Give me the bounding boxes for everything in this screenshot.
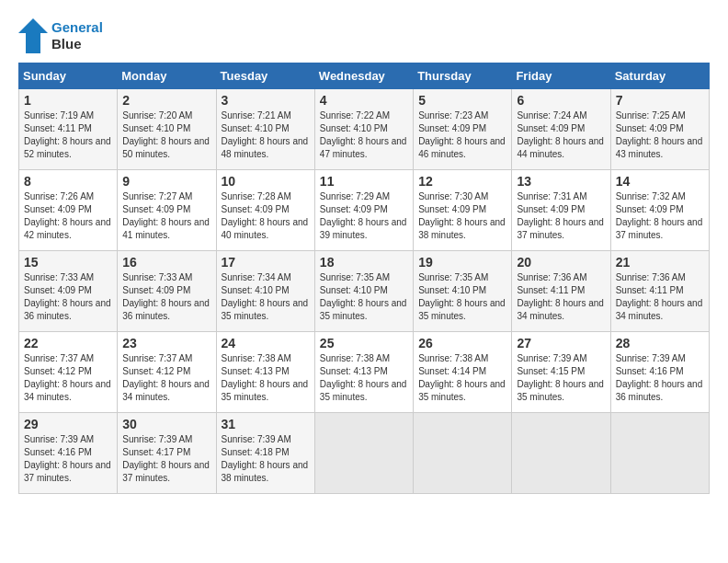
day-number: 4: [320, 93, 408, 108]
header-cell-sunday: Sunday: [19, 63, 118, 89]
calendar-table: SundayMondayTuesdayWednesdayThursdayFrid…: [18, 63, 710, 494]
calendar-cell: [314, 413, 413, 494]
calendar-cell: 30Sunrise: 7:39 AMSunset: 4:17 PMDayligh…: [118, 413, 216, 494]
day-number: 12: [418, 174, 506, 189]
day-info: Sunrise: 7:20 AMSunset: 4:10 PMDaylight:…: [122, 109, 210, 161]
calendar-cell: 13Sunrise: 7:31 AMSunset: 4:09 PMDayligh…: [512, 170, 610, 251]
day-info: Sunrise: 7:39 AMSunset: 4:16 PMDaylight:…: [24, 433, 112, 485]
calendar-cell: 31Sunrise: 7:39 AMSunset: 4:18 PMDayligh…: [216, 413, 314, 494]
day-number: 30: [122, 417, 210, 431]
calendar-week-3: 15Sunrise: 7:33 AMSunset: 4:09 PMDayligh…: [19, 251, 710, 332]
calendar-cell: 27Sunrise: 7:39 AMSunset: 4:15 PMDayligh…: [512, 332, 610, 413]
day-number: 9: [122, 174, 210, 189]
calendar-cell: 20Sunrise: 7:36 AMSunset: 4:11 PMDayligh…: [512, 251, 610, 332]
calendar-cell: 7Sunrise: 7:25 AMSunset: 4:09 PMDaylight…: [610, 89, 709, 170]
calendar-cell: 8Sunrise: 7:26 AMSunset: 4:09 PMDaylight…: [19, 170, 118, 251]
day-info: Sunrise: 7:26 AMSunset: 4:09 PMDaylight:…: [24, 190, 112, 242]
calendar-cell: [512, 413, 610, 494]
calendar-cell: 18Sunrise: 7:35 AMSunset: 4:10 PMDayligh…: [314, 251, 413, 332]
logo-icon: [18, 18, 48, 53]
header-cell-monday: Monday: [118, 63, 216, 89]
day-number: 15: [24, 255, 112, 270]
header-cell-friday: Friday: [512, 63, 610, 89]
day-number: 10: [222, 174, 310, 189]
calendar-cell: 23Sunrise: 7:37 AMSunset: 4:12 PMDayligh…: [118, 332, 216, 413]
calendar-cell: 5Sunrise: 7:23 AMSunset: 4:09 PMDaylight…: [414, 89, 512, 170]
calendar-cell: 3Sunrise: 7:21 AMSunset: 4:10 PMDaylight…: [216, 89, 314, 170]
day-info: Sunrise: 7:22 AMSunset: 4:10 PMDaylight:…: [320, 109, 408, 161]
day-number: 20: [517, 255, 605, 270]
calendar-cell: 14Sunrise: 7:32 AMSunset: 4:09 PMDayligh…: [610, 170, 709, 251]
calendar-cell: 12Sunrise: 7:30 AMSunset: 4:09 PMDayligh…: [414, 170, 512, 251]
day-info: Sunrise: 7:38 AMSunset: 4:13 PMDaylight:…: [320, 352, 408, 404]
day-info: Sunrise: 7:34 AMSunset: 4:10 PMDaylight:…: [222, 271, 310, 323]
day-info: Sunrise: 7:39 AMSunset: 4:17 PMDaylight:…: [122, 433, 210, 485]
day-info: Sunrise: 7:35 AMSunset: 4:10 PMDaylight:…: [418, 271, 506, 323]
day-info: Sunrise: 7:23 AMSunset: 4:09 PMDaylight:…: [418, 109, 506, 161]
day-number: 28: [616, 336, 704, 350]
day-info: Sunrise: 7:39 AMSunset: 4:16 PMDaylight:…: [616, 352, 704, 404]
calendar-week-2: 8Sunrise: 7:26 AMSunset: 4:09 PMDaylight…: [19, 170, 710, 251]
day-number: 6: [517, 93, 605, 108]
day-info: Sunrise: 7:35 AMSunset: 4:10 PMDaylight:…: [320, 271, 408, 323]
day-info: Sunrise: 7:39 AMSunset: 4:18 PMDaylight:…: [222, 433, 310, 485]
day-number: 31: [222, 417, 310, 431]
calendar-cell: 11Sunrise: 7:29 AMSunset: 4:09 PMDayligh…: [314, 170, 413, 251]
header-cell-thursday: Thursday: [414, 63, 512, 89]
day-info: Sunrise: 7:37 AMSunset: 4:12 PMDaylight:…: [122, 352, 210, 404]
day-number: 3: [222, 93, 310, 108]
day-number: 23: [122, 336, 210, 350]
calendar-cell: 22Sunrise: 7:37 AMSunset: 4:12 PMDayligh…: [19, 332, 118, 413]
logo-container: General Blue: [18, 18, 103, 53]
calendar-cell: 28Sunrise: 7:39 AMSunset: 4:16 PMDayligh…: [610, 332, 709, 413]
calendar-cell: 26Sunrise: 7:38 AMSunset: 4:14 PMDayligh…: [414, 332, 512, 413]
calendar-cell: [414, 413, 512, 494]
day-number: 1: [24, 93, 112, 108]
header-row: SundayMondayTuesdayWednesdayThursdayFrid…: [19, 63, 710, 89]
day-info: Sunrise: 7:33 AMSunset: 4:09 PMDaylight:…: [122, 271, 210, 323]
day-info: Sunrise: 7:21 AMSunset: 4:10 PMDaylight:…: [222, 109, 310, 161]
day-number: 2: [122, 93, 210, 108]
calendar-week-4: 22Sunrise: 7:37 AMSunset: 4:12 PMDayligh…: [19, 332, 710, 413]
calendar-cell: 9Sunrise: 7:27 AMSunset: 4:09 PMDaylight…: [118, 170, 216, 251]
day-number: 17: [222, 255, 310, 270]
calendar-cell: 2Sunrise: 7:20 AMSunset: 4:10 PMDaylight…: [118, 89, 216, 170]
day-info: Sunrise: 7:30 AMSunset: 4:09 PMDaylight:…: [418, 190, 506, 242]
day-info: Sunrise: 7:36 AMSunset: 4:11 PMDaylight:…: [616, 271, 704, 323]
day-number: 7: [616, 93, 704, 108]
calendar-cell: 19Sunrise: 7:35 AMSunset: 4:10 PMDayligh…: [414, 251, 512, 332]
day-info: Sunrise: 7:29 AMSunset: 4:09 PMDaylight:…: [320, 190, 408, 242]
day-number: 24: [222, 336, 310, 350]
day-info: Sunrise: 7:19 AMSunset: 4:11 PMDaylight:…: [24, 109, 112, 161]
page-header: General Blue: [18, 18, 710, 53]
day-number: 18: [320, 255, 408, 270]
day-info: Sunrise: 7:27 AMSunset: 4:09 PMDaylight:…: [122, 190, 210, 242]
calendar-cell: 6Sunrise: 7:24 AMSunset: 4:09 PMDaylight…: [512, 89, 610, 170]
day-number: 29: [24, 417, 112, 431]
calendar-cell: 17Sunrise: 7:34 AMSunset: 4:10 PMDayligh…: [216, 251, 314, 332]
day-number: 5: [418, 93, 506, 108]
calendar-cell: 15Sunrise: 7:33 AMSunset: 4:09 PMDayligh…: [19, 251, 118, 332]
day-info: Sunrise: 7:33 AMSunset: 4:09 PMDaylight:…: [24, 271, 112, 323]
svg-marker-0: [18, 18, 48, 53]
calendar-week-5: 29Sunrise: 7:39 AMSunset: 4:16 PMDayligh…: [19, 413, 710, 494]
calendar-cell: 21Sunrise: 7:36 AMSunset: 4:11 PMDayligh…: [610, 251, 709, 332]
calendar-header: SundayMondayTuesdayWednesdayThursdayFrid…: [19, 63, 710, 89]
day-info: Sunrise: 7:38 AMSunset: 4:13 PMDaylight:…: [222, 352, 310, 404]
day-info: Sunrise: 7:31 AMSunset: 4:09 PMDaylight:…: [517, 190, 605, 242]
day-info: Sunrise: 7:36 AMSunset: 4:11 PMDaylight:…: [517, 271, 605, 323]
calendar-cell: 4Sunrise: 7:22 AMSunset: 4:10 PMDaylight…: [314, 89, 413, 170]
header-cell-saturday: Saturday: [610, 63, 709, 89]
calendar-cell: 10Sunrise: 7:28 AMSunset: 4:09 PMDayligh…: [216, 170, 314, 251]
calendar-cell: 16Sunrise: 7:33 AMSunset: 4:09 PMDayligh…: [118, 251, 216, 332]
day-number: 21: [616, 255, 704, 270]
calendar-body: 1Sunrise: 7:19 AMSunset: 4:11 PMDaylight…: [19, 89, 710, 494]
calendar-cell: 29Sunrise: 7:39 AMSunset: 4:16 PMDayligh…: [19, 413, 118, 494]
day-number: 13: [517, 174, 605, 189]
day-info: Sunrise: 7:28 AMSunset: 4:09 PMDaylight:…: [222, 190, 310, 242]
day-number: 27: [517, 336, 605, 350]
day-number: 11: [320, 174, 408, 189]
day-info: Sunrise: 7:37 AMSunset: 4:12 PMDaylight:…: [24, 352, 112, 404]
calendar-cell: [610, 413, 709, 494]
day-info: Sunrise: 7:24 AMSunset: 4:09 PMDaylight:…: [517, 109, 605, 161]
